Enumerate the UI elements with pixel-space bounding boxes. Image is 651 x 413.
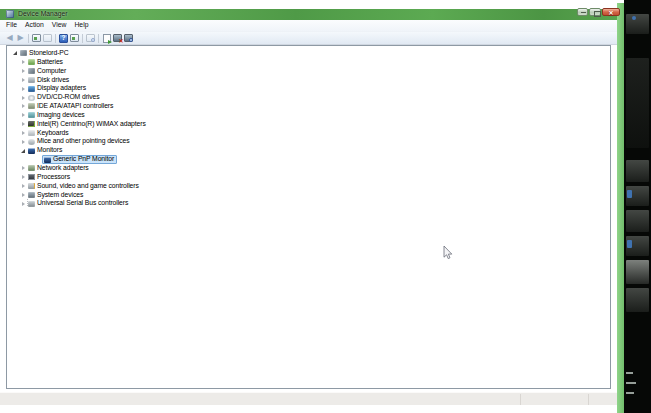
export-list-button[interactable]: [42, 33, 53, 44]
battery-icon: [28, 59, 35, 65]
tree-item-network-adapters[interactable]: Network adapters: [8, 164, 609, 173]
selected-item-highlight[interactable]: Generic PnP Monitor: [42, 155, 117, 164]
toolbar-separator: [82, 34, 83, 43]
tree-item-label: Generic PnP Monitor: [53, 156, 114, 163]
tree-item-label: Sound, video and game controllers: [37, 183, 139, 190]
forward-icon: ▶: [17, 34, 23, 42]
monitor-icon: [44, 157, 51, 163]
processor-icon: [28, 174, 35, 180]
expander-collapsed-icon[interactable]: [19, 200, 27, 208]
tree-item-system-devices[interactable]: System devices: [8, 191, 609, 200]
toolbar-separator: [55, 34, 56, 43]
ide-controller-icon: [28, 103, 35, 109]
device-tree-panel: Stonelord-PC Batteries Computer Disk dri…: [6, 45, 611, 389]
device-manager-icon: [6, 10, 14, 18]
desktop-icon[interactable]: [626, 160, 649, 182]
frame-separator: [520, 394, 521, 405]
properties-button[interactable]: [69, 33, 80, 44]
uninstall-device-button[interactable]: ✕: [112, 33, 123, 44]
scan-hardware-changes-icon: [124, 34, 133, 42]
tree-item-wimax-adapters[interactable]: Intel(R) Centrino(R) WiMAX adapters: [8, 120, 609, 129]
help-button[interactable]: [58, 33, 69, 44]
desktop-icon[interactable]: [626, 210, 649, 232]
expander-collapsed-icon[interactable]: [19, 58, 27, 66]
desktop-icon[interactable]: [626, 288, 649, 312]
minimize-button[interactable]: [577, 8, 588, 16]
close-button[interactable]: [602, 8, 620, 16]
tree-item-label: Monitors: [37, 147, 62, 154]
show-console-tree-button[interactable]: [31, 33, 42, 44]
computer-icon: [28, 68, 35, 74]
disk-drive-icon: [28, 77, 35, 83]
tree-item-label: Processors: [37, 174, 70, 181]
expander-collapsed-icon[interactable]: [19, 129, 27, 137]
forward-button[interactable]: ▶: [15, 33, 26, 44]
expander-collapsed-icon[interactable]: [19, 111, 27, 119]
expander-expanded-icon[interactable]: [11, 49, 19, 57]
expander-collapsed-icon[interactable]: [19, 173, 27, 181]
tree-item-label: DVD/CD-ROM drives: [37, 94, 100, 101]
find-button[interactable]: [85, 33, 96, 44]
tree-item-label: Intel(R) Centrino(R) WiMAX adapters: [37, 121, 146, 128]
menu-help[interactable]: Help: [70, 22, 92, 29]
tree-item-ide-controllers[interactable]: IDE ATA/ATAPI controllers: [8, 102, 609, 111]
desktop-icon[interactable]: [626, 260, 649, 284]
menu-view[interactable]: View: [48, 22, 71, 29]
tree-item-mice[interactable]: Mice and other pointing devices: [8, 137, 609, 146]
scan-hardware-changes-button[interactable]: [123, 33, 134, 44]
tree-item-label: Computer: [37, 68, 66, 75]
tree-item-sound-controllers[interactable]: Sound, video and game controllers: [8, 182, 609, 191]
expander-collapsed-icon[interactable]: [19, 164, 27, 172]
desktop-icon[interactable]: [627, 190, 632, 198]
tree-item-keyboards[interactable]: Keyboards: [8, 129, 609, 138]
tree-item-processors[interactable]: Processors: [8, 173, 609, 182]
expander-collapsed-icon[interactable]: [19, 94, 27, 102]
expander-collapsed-icon[interactable]: [19, 191, 27, 199]
network-adapter-icon: [28, 165, 35, 171]
back-button[interactable]: ◀: [4, 33, 15, 44]
show-console-tree-icon: [32, 34, 41, 42]
computer-icon: [20, 50, 27, 56]
tree-item-monitors[interactable]: Monitors: [8, 146, 609, 155]
expander-collapsed-icon[interactable]: [19, 120, 27, 128]
desktop-icon[interactable]: [627, 240, 632, 248]
expander-collapsed-icon[interactable]: [19, 76, 27, 84]
help-icon: [59, 34, 68, 43]
tree-item-disk-drives[interactable]: Disk drives: [8, 76, 609, 85]
desktop-icon[interactable]: [632, 16, 636, 20]
tree-item-generic-pnp-monitor[interactable]: Generic PnP Monitor: [8, 155, 609, 164]
expander-collapsed-icon[interactable]: [19, 67, 27, 75]
tree-item-label: Batteries: [37, 59, 63, 66]
mouse-icon: [28, 139, 35, 145]
display-adapter-icon: [28, 86, 35, 92]
menu-file[interactable]: File: [2, 22, 21, 29]
tree-item-dvd-cdrom-drives[interactable]: DVD/CD-ROM drives: [8, 93, 609, 102]
menu-action[interactable]: Action: [21, 22, 48, 29]
tree-item-display-adapters[interactable]: Display adapters: [8, 84, 609, 93]
update-driver-button[interactable]: [101, 33, 112, 44]
desktop-icon[interactable]: [626, 58, 649, 148]
desktop-icon[interactable]: [626, 14, 649, 34]
tree-item-label: Network adapters: [37, 165, 89, 172]
menu-bar: File Action View Help: [0, 20, 617, 31]
expander-collapsed-icon[interactable]: [19, 182, 27, 190]
window-title: Device Manager: [18, 11, 68, 18]
update-driver-icon: [103, 34, 111, 43]
desktop-icon-label: [626, 372, 633, 374]
maximize-button[interactable]: [589, 8, 601, 16]
tree-item-usb-controllers[interactable]: Universal Serial Bus controllers: [8, 199, 609, 208]
window-titlebar[interactable]: Device Manager: [0, 8, 617, 20]
dvd-drive-icon: [28, 95, 35, 101]
expander-collapsed-icon[interactable]: [19, 85, 27, 93]
expander-expanded-icon[interactable]: [19, 147, 27, 155]
expander-collapsed-icon[interactable]: [19, 138, 27, 146]
toolbar-separator: [28, 34, 29, 43]
expander-collapsed-icon[interactable]: [19, 102, 27, 110]
tree-item-label: Mice and other pointing devices: [37, 138, 130, 145]
tree-item-computer[interactable]: Computer: [8, 67, 609, 76]
tree-item-imaging-devices[interactable]: Imaging devices: [8, 111, 609, 120]
desktop-background: [624, 0, 651, 413]
tree-item-computer-root[interactable]: Stonelord-PC: [8, 49, 609, 58]
tree-item-batteries[interactable]: Batteries: [8, 58, 609, 67]
tree-item-label: IDE ATA/ATAPI controllers: [37, 103, 113, 110]
